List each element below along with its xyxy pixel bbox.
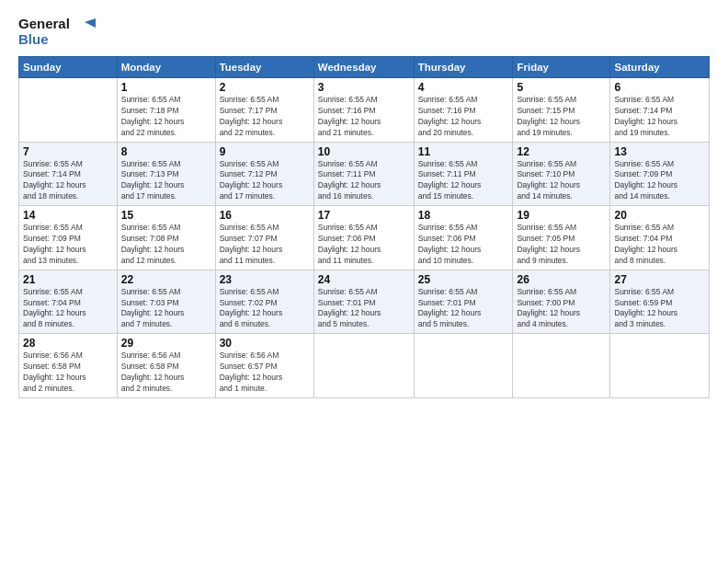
day-number: 11	[418, 145, 509, 158]
day-info: Sunrise: 6:55 AMSunset: 7:08 PMDaylight:…	[121, 223, 211, 267]
day-info: Sunrise: 6:55 AMSunset: 7:06 PMDaylight:…	[318, 223, 410, 267]
day-info: Sunrise: 6:55 AMSunset: 7:02 PMDaylight:…	[220, 287, 310, 331]
day-info: Sunrise: 6:55 AMSunset: 7:17 PMDaylight:…	[220, 95, 310, 139]
calendar-table: SundayMondayTuesdayWednesdayThursdayFrid…	[18, 56, 710, 398]
calendar-cell: 23Sunrise: 6:55 AMSunset: 7:02 PMDayligh…	[215, 270, 313, 334]
day-number: 15	[121, 209, 211, 222]
day-number: 22	[121, 273, 211, 286]
calendar-cell: 16Sunrise: 6:55 AMSunset: 7:07 PMDayligh…	[215, 206, 313, 270]
day-info: Sunrise: 6:55 AMSunset: 7:04 PMDaylight:…	[23, 287, 113, 331]
calendar-cell: 25Sunrise: 6:55 AMSunset: 7:01 PMDayligh…	[414, 270, 513, 334]
day-info: Sunrise: 6:56 AMSunset: 6:58 PMDaylight:…	[23, 350, 113, 395]
day-info: Sunrise: 6:55 AMSunset: 7:12 PMDaylight:…	[220, 159, 310, 203]
day-info: Sunrise: 6:56 AMSunset: 6:58 PMDaylight:…	[121, 350, 211, 395]
day-info: Sunrise: 6:55 AMSunset: 7:09 PMDaylight:…	[23, 223, 113, 267]
day-number: 5	[517, 81, 606, 94]
day-number: 16	[220, 209, 310, 222]
calendar-week-5: 28Sunrise: 6:56 AMSunset: 6:58 PMDayligh…	[19, 334, 710, 398]
day-number: 2	[220, 81, 310, 94]
calendar-header-thursday: Thursday	[414, 57, 513, 78]
day-number: 17	[318, 209, 410, 222]
calendar-cell: 11Sunrise: 6:55 AMSunset: 7:11 PMDayligh…	[414, 142, 513, 206]
day-number: 30	[220, 337, 310, 350]
calendar-cell: 27Sunrise: 6:55 AMSunset: 6:59 PMDayligh…	[610, 270, 710, 334]
day-info: Sunrise: 6:55 AMSunset: 6:59 PMDaylight:…	[614, 287, 705, 331]
calendar-cell	[414, 334, 513, 398]
calendar-header-monday: Monday	[117, 57, 215, 78]
calendar-week-4: 21Sunrise: 6:55 AMSunset: 7:04 PMDayligh…	[19, 270, 710, 334]
calendar-cell: 8Sunrise: 6:55 AMSunset: 7:13 PMDaylight…	[117, 142, 215, 206]
calendar-header-friday: Friday	[513, 57, 610, 78]
day-info: Sunrise: 6:55 AMSunset: 7:05 PMDaylight:…	[517, 223, 606, 267]
day-number: 20	[614, 209, 705, 222]
day-number: 21	[23, 273, 113, 286]
calendar-week-3: 14Sunrise: 6:55 AMSunset: 7:09 PMDayligh…	[19, 206, 710, 270]
day-number: 26	[517, 273, 606, 286]
calendar-cell: 7Sunrise: 6:55 AMSunset: 7:14 PMDaylight…	[19, 142, 118, 206]
day-number: 23	[220, 273, 310, 286]
calendar-cell: 14Sunrise: 6:55 AMSunset: 7:09 PMDayligh…	[19, 206, 118, 270]
calendar-cell: 19Sunrise: 6:55 AMSunset: 7:05 PMDayligh…	[513, 206, 610, 270]
calendar-week-1: 1Sunrise: 6:55 AMSunset: 7:18 PMDaylight…	[19, 78, 710, 143]
day-info: Sunrise: 6:55 AMSunset: 7:16 PMDaylight:…	[418, 95, 509, 139]
calendar-header-row: SundayMondayTuesdayWednesdayThursdayFrid…	[19, 57, 710, 78]
logo-bird-icon	[75, 18, 96, 39]
day-info: Sunrise: 6:55 AMSunset: 7:11 PMDaylight:…	[318, 159, 410, 203]
calendar-cell: 3Sunrise: 6:55 AMSunset: 7:16 PMDaylight…	[313, 78, 414, 143]
day-info: Sunrise: 6:55 AMSunset: 7:10 PMDaylight:…	[517, 159, 606, 203]
calendar-cell: 20Sunrise: 6:55 AMSunset: 7:04 PMDayligh…	[610, 206, 710, 270]
calendar-cell: 4Sunrise: 6:55 AMSunset: 7:16 PMDaylight…	[414, 78, 513, 143]
day-number: 24	[318, 273, 410, 286]
page: General Blue SundayMondayTuesdayWednesda…	[0, 0, 728, 563]
day-info: Sunrise: 6:55 AMSunset: 7:01 PMDaylight:…	[418, 287, 509, 331]
calendar-cell: 17Sunrise: 6:55 AMSunset: 7:06 PMDayligh…	[313, 206, 414, 270]
day-number: 27	[614, 273, 705, 286]
calendar-header-saturday: Saturday	[610, 57, 710, 78]
logo: General Blue	[18, 17, 96, 47]
day-info: Sunrise: 6:55 AMSunset: 7:18 PMDaylight:…	[121, 95, 211, 139]
day-number: 7	[23, 145, 113, 158]
day-info: Sunrise: 6:55 AMSunset: 7:03 PMDaylight:…	[121, 287, 211, 331]
day-number: 25	[418, 273, 509, 286]
calendar-cell: 9Sunrise: 6:55 AMSunset: 7:12 PMDaylight…	[215, 142, 313, 206]
day-number: 14	[23, 209, 113, 222]
header: General Blue	[18, 17, 710, 47]
day-number: 29	[121, 337, 211, 350]
calendar-cell: 28Sunrise: 6:56 AMSunset: 6:58 PMDayligh…	[19, 334, 118, 398]
calendar-cell: 5Sunrise: 6:55 AMSunset: 7:15 PMDaylight…	[513, 78, 610, 143]
calendar-cell: 26Sunrise: 6:55 AMSunset: 7:00 PMDayligh…	[513, 270, 610, 334]
calendar-cell: 1Sunrise: 6:55 AMSunset: 7:18 PMDaylight…	[117, 78, 215, 143]
day-info: Sunrise: 6:55 AMSunset: 7:16 PMDaylight:…	[318, 95, 410, 139]
calendar-cell: 22Sunrise: 6:55 AMSunset: 7:03 PMDayligh…	[117, 270, 215, 334]
calendar-cell: 30Sunrise: 6:56 AMSunset: 6:57 PMDayligh…	[215, 334, 313, 398]
day-info: Sunrise: 6:55 AMSunset: 7:01 PMDaylight:…	[318, 287, 410, 331]
day-info: Sunrise: 6:55 AMSunset: 7:09 PMDaylight:…	[614, 159, 705, 203]
calendar-cell: 18Sunrise: 6:55 AMSunset: 7:06 PMDayligh…	[414, 206, 513, 270]
day-info: Sunrise: 6:56 AMSunset: 6:57 PMDaylight:…	[220, 350, 310, 395]
calendar-cell: 24Sunrise: 6:55 AMSunset: 7:01 PMDayligh…	[313, 270, 414, 334]
day-info: Sunrise: 6:55 AMSunset: 7:11 PMDaylight:…	[418, 159, 509, 203]
calendar-header-tuesday: Tuesday	[215, 57, 313, 78]
calendar-cell: 15Sunrise: 6:55 AMSunset: 7:08 PMDayligh…	[117, 206, 215, 270]
day-info: Sunrise: 6:55 AMSunset: 7:00 PMDaylight:…	[517, 287, 606, 331]
svg-marker-0	[85, 18, 96, 28]
day-number: 4	[418, 81, 509, 94]
logo-blue: Blue	[18, 32, 70, 48]
logo-general: General	[18, 17, 70, 32]
day-number: 9	[220, 145, 310, 158]
calendar-cell: 2Sunrise: 6:55 AMSunset: 7:17 PMDaylight…	[215, 78, 313, 143]
day-info: Sunrise: 6:55 AMSunset: 7:04 PMDaylight:…	[614, 223, 705, 267]
day-number: 10	[318, 145, 410, 158]
calendar-cell: 12Sunrise: 6:55 AMSunset: 7:10 PMDayligh…	[513, 142, 610, 206]
day-info: Sunrise: 6:55 AMSunset: 7:06 PMDaylight:…	[418, 223, 509, 267]
day-number: 8	[121, 145, 211, 158]
day-number: 3	[318, 81, 410, 94]
calendar-cell: 13Sunrise: 6:55 AMSunset: 7:09 PMDayligh…	[610, 142, 710, 206]
day-number: 1	[121, 81, 211, 94]
calendar-cell: 10Sunrise: 6:55 AMSunset: 7:11 PMDayligh…	[313, 142, 414, 206]
day-info: Sunrise: 6:55 AMSunset: 7:07 PMDaylight:…	[220, 223, 310, 267]
day-number: 12	[517, 145, 606, 158]
calendar-cell: 6Sunrise: 6:55 AMSunset: 7:14 PMDaylight…	[610, 78, 710, 143]
calendar-cell	[610, 334, 710, 398]
day-info: Sunrise: 6:55 AMSunset: 7:14 PMDaylight:…	[23, 159, 113, 203]
